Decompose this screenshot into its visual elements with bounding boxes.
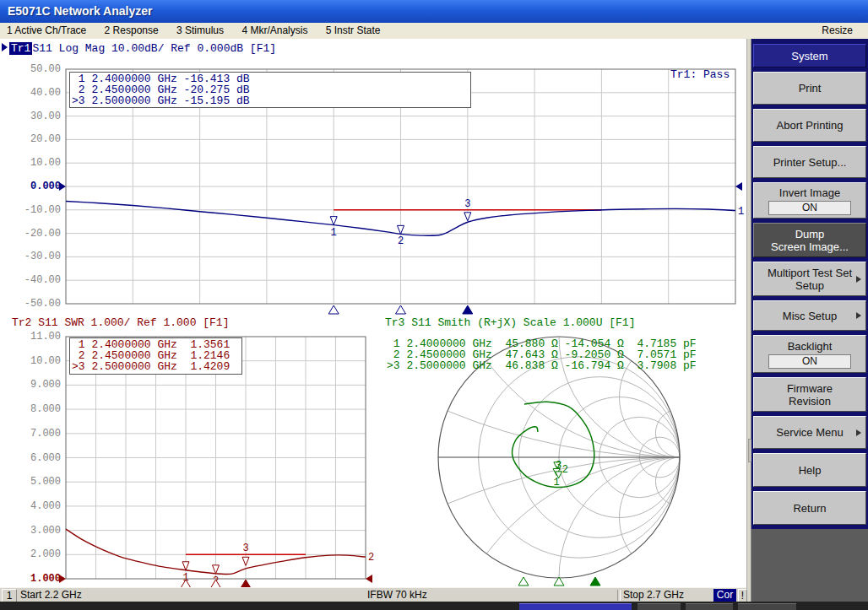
tr3-marker-table: 12.4000000 GHz45.880 Ω-14.054 Ω4.7185 pF… — [387, 338, 697, 371]
y-tick-label: 1.000 — [7, 574, 61, 584]
tr1-marker-label: 1 — [331, 227, 337, 239]
y-tick-label: 10.00 — [7, 356, 61, 366]
softkey-label: Revision — [754, 395, 865, 408]
status-bar: 1 Start 2.2 GHz IFBW 70 kHz Stop 2.7 GHz… — [0, 587, 746, 602]
menu-bar: 1 Active Ch/Trace 2 Response 3 Stimulus … — [0, 23, 868, 40]
softkey-label: Service Menu — [754, 426, 865, 439]
tr2-marker-label: 3 — [242, 543, 248, 554]
backlight-on-toggle[interactable]: ON — [768, 354, 851, 369]
menu-response[interactable]: 2 Response — [105, 23, 159, 39]
softkey-menu-empty-area — [751, 529, 868, 610]
menu-resize[interactable]: Resize — [822, 23, 853, 39]
ifbw-label: IFBW 70 kHz — [367, 589, 427, 602]
tr1-marker-label: 2 — [398, 235, 404, 247]
tr2-ref-marker-icon — [366, 575, 372, 583]
tr1-trace-number: 1 — [738, 206, 744, 218]
softkey-label: Misc Setup — [754, 310, 865, 322]
tr1-marker-table: 12.4000000 GHz-16.413 dB 22.4500000 GHz-… — [69, 72, 471, 108]
softkey-label: Invert Image — [754, 186, 865, 199]
taskbar-item[interactable] — [686, 603, 733, 610]
y-tick-label: -50.00 — [7, 299, 61, 309]
abort-printing-button[interactable]: Abort Printing — [753, 109, 866, 142]
tr1-stimulus-marker-icon — [396, 305, 406, 314]
menu-stimulus[interactable]: 3 Stimulus — [176, 23, 224, 39]
tr3-stimulus-marker-icon — [518, 577, 529, 586]
help-button[interactable]: Help — [753, 453, 866, 487]
y-tick-label: -10.00 — [7, 205, 61, 215]
y-tick-label: 7.000 — [7, 429, 61, 439]
tr1-marker-icon — [398, 225, 404, 234]
y-tick-label: 2.000 — [7, 549, 61, 559]
tr2-marker-table: 12.4000000 GHz1.3561 22.4500000 GHz1.214… — [69, 337, 242, 375]
y-tick-label: 0.000 — [7, 181, 61, 192]
softkey-label: Firmware — [754, 382, 865, 395]
tr3-header[interactable]: Tr3 S11 Smith (R+jX) Scale 1.000U [F1] — [385, 317, 635, 329]
taskbar-item[interactable] — [637, 603, 681, 610]
status-divider — [617, 590, 621, 601]
start-frequency-label: Start 2.2 GHz — [20, 589, 82, 602]
tr1-badge: Tr1 — [9, 42, 32, 55]
service-menu-button[interactable]: Service Menu — [753, 416, 866, 449]
tr2-marker-icon — [182, 562, 189, 570]
tr2-marker-icon — [213, 565, 220, 574]
menu-active-ch-trace[interactable]: 1 Active Ch/Trace — [7, 23, 86, 39]
tr1-stimulus-marker-icon — [328, 305, 339, 314]
softkey-label: Print — [754, 82, 865, 94]
menu-instr-state[interactable]: 5 Instr State — [326, 23, 381, 39]
y-tick-label: 10.00 — [7, 158, 61, 168]
y-tick-label: 8.000 — [7, 404, 61, 414]
softkey-label: Help — [754, 464, 865, 477]
firmware-revision-button[interactable]: FirmwareRevision — [753, 377, 866, 412]
title-bar[interactable]: E5071C Network Analyzer — [0, 0, 868, 23]
tr3-stimulus-marker-icon — [590, 577, 600, 586]
menu-mkr-analysis[interactable]: 4 Mkr/Analysis — [241, 23, 307, 39]
y-tick-label: -40.00 — [7, 275, 61, 285]
tr1-limit-status: Tr1: Pass — [670, 69, 730, 81]
y-tick-label: 20.00 — [7, 134, 61, 144]
tr1-header[interactable]: Tr1S11 Log Mag 10.00dB/ Ref 0.000dB [F1] — [2, 43, 276, 55]
softkey-label: Setup — [754, 279, 865, 292]
misc-setup-button[interactable]: Misc Setup — [753, 300, 866, 331]
print-button[interactable]: Print — [753, 72, 866, 105]
taskbar-item-active[interactable] — [519, 603, 632, 610]
dump-screen-image-button[interactable]: DumpScreen Image... — [753, 223, 866, 257]
tr1-active-marker-icon — [464, 213, 471, 221]
y-tick-label: 4.000 — [7, 501, 61, 511]
backlight-button[interactable]: BacklightON — [753, 335, 866, 373]
tr1-ref-marker-icon — [735, 182, 742, 191]
tr3-marker-row: >32.5000000 GHz46.838 Ω-16.794 Ω3.7908 p… — [387, 360, 697, 371]
softkey-label: Abort Printing — [754, 119, 865, 132]
correction-badge: Cor — [713, 589, 736, 602]
submenu-arrow-icon — [856, 276, 861, 283]
tr1-marker-label: 3 — [464, 198, 470, 210]
multiport-test-set-setup-button[interactable]: Multiport Test SetSetup — [753, 262, 866, 296]
tr1-stimulus-marker-icon — [463, 305, 473, 314]
y-tick-label: 9.000 — [7, 380, 61, 390]
plot-area: 12311232123 Tr1S11 Log Mag 10.00dB/ Ref … — [0, 39, 746, 587]
tr2-marker-row: >32.5000000 GHz1.4209 — [72, 361, 241, 372]
submenu-arrow-icon — [856, 312, 861, 319]
return-button[interactable]: Return — [753, 491, 866, 525]
tr3-smith-graph[interactable]: 123 — [76, 39, 746, 587]
tr2-header[interactable]: Tr2 S11 SWR 1.000/ Ref 1.000 [F1] — [12, 317, 229, 329]
tr3-trace — [513, 402, 594, 487]
tr1-marker-icon — [330, 217, 337, 225]
softkey-label: Backlight — [754, 340, 865, 353]
invert-image-on-toggle[interactable]: ON — [768, 201, 851, 215]
y-tick-label: 5.000 — [7, 477, 61, 487]
softkey-label: Screen Image... — [754, 240, 865, 253]
y-tick-label: 30.00 — [7, 111, 61, 121]
tr1-format-label: S11 Log Mag 10.00dB/ Ref 0.000dB [F1] — [32, 42, 276, 55]
tr3-marker-label: 3 — [556, 460, 561, 472]
taskbar-item[interactable] — [738, 603, 796, 610]
tr2-trace-number: 2 — [368, 552, 374, 564]
charts-canvas[interactable]: 12311232123 — [0, 39, 746, 587]
invert-image-button[interactable]: Invert ImageON — [753, 182, 866, 219]
softkey-label: Return — [754, 502, 865, 515]
system-button[interactable]: System — [753, 44, 866, 67]
os-taskbar-sliver — [0, 602, 868, 610]
printer-setup-button[interactable]: Printer Setup... — [753, 146, 866, 178]
stop-frequency-label: Stop 2.7 GHz — [623, 589, 684, 602]
tr2-active-marker-icon — [242, 557, 249, 565]
y-tick-label: 11.00 — [7, 332, 61, 342]
